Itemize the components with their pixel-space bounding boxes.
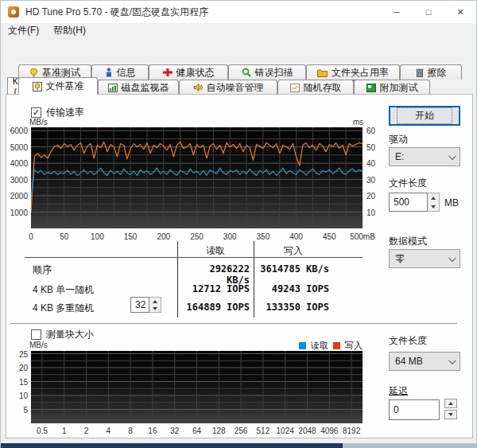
tab-label: 随机存取 xyxy=(304,81,342,95)
random-access-icon xyxy=(290,84,300,92)
tab-label: 信息 xyxy=(117,66,136,80)
window-title: HD Tune Pro 5.70 - 硬盘/固态硬盘实用程序 xyxy=(25,6,208,19)
chevron-down-icon xyxy=(448,254,456,262)
y-axis-ticks: 600050004000300020001000 xyxy=(6,127,28,228)
spin-down-icon[interactable] xyxy=(428,202,439,211)
tab-label: 附加测试 xyxy=(380,81,418,95)
x-axis-ticks: 050100150200250300350400450500mB xyxy=(31,232,363,242)
tab-label: 文件基准 xyxy=(46,80,84,93)
table-divider xyxy=(254,241,254,317)
multi-write-value: 133350 IOPS xyxy=(260,302,329,313)
speaker-icon xyxy=(193,83,203,92)
tab-extra-tests[interactable]: 附加测试 xyxy=(354,80,430,95)
block-size-chart xyxy=(31,351,363,423)
file-benchmark-icon xyxy=(33,82,42,92)
close-button[interactable]: ✕ xyxy=(444,1,476,23)
seq-read-value: 2926222 KB/s xyxy=(182,263,250,286)
chevron-down-icon xyxy=(448,152,456,160)
folder-icon xyxy=(317,68,328,77)
tab-random-access[interactable]: 随机存取 xyxy=(277,80,354,95)
tab-health[interactable]: 健康状态 xyxy=(149,64,228,80)
start-button[interactable]: 开始 xyxy=(389,106,460,126)
transfer-rate-label: 传输速率 xyxy=(46,106,84,119)
trash-icon xyxy=(416,68,424,77)
table-header-rule xyxy=(25,257,363,258)
legend-write-swatch xyxy=(333,342,340,349)
minimize-button[interactable]: ─ xyxy=(381,1,413,23)
delay-input[interactable]: 0 xyxy=(389,399,440,420)
tab-noise-management[interactable]: 自动噪音管理 xyxy=(179,80,277,95)
health-cross-icon xyxy=(163,68,173,77)
start-button-label: 开始 xyxy=(397,107,452,124)
toolbar: KINGBANK KP260 Pro (1024 gB) — ℃ xyxy=(1,37,476,63)
row-label-4k-single: 4 KB 单一随机 xyxy=(33,283,94,297)
title-bar: HD Tune Pro 5.70 - 硬盘/固态硬盘实用程序 ─ □ ✕ xyxy=(1,1,476,23)
tab-label: 错误扫描 xyxy=(255,66,293,80)
multi-read-value: 164889 IOPS xyxy=(182,302,250,313)
taskbar-strip-light xyxy=(343,443,477,448)
table-divider xyxy=(177,241,178,317)
menu-file[interactable]: 文件(F) xyxy=(1,24,46,37)
spin-up-icon[interactable] xyxy=(149,298,161,305)
col-header-write: 写入 xyxy=(276,244,311,258)
legend-read-label: 读取 xyxy=(311,340,328,352)
app-window: HD Tune Pro 5.70 - 硬盘/固态硬盘实用程序 ─ □ ✕ 文件(… xyxy=(0,0,477,448)
data-mode-dropdown[interactable]: 零 xyxy=(389,249,460,268)
app-logo-icon xyxy=(8,6,19,18)
right-axis-unit: ms xyxy=(353,118,363,127)
tab-label: 自动噪音管理 xyxy=(207,81,264,95)
tab-disk-monitor[interactable]: 磁盘监视器 xyxy=(98,80,179,95)
file-length2-label: 文件长度 xyxy=(389,334,427,348)
block-size-label: 测量块大小 xyxy=(46,328,94,341)
delay-spinner[interactable] xyxy=(444,399,457,419)
legend-read-swatch xyxy=(299,342,306,349)
x-axis-ticks: 0.512481632641282565121024204840968192 xyxy=(31,427,363,436)
block-file-length-value: 64 MB xyxy=(395,356,423,367)
delay-value: 0 xyxy=(394,404,399,415)
block-file-length-dropdown[interactable]: 64 MB xyxy=(389,352,460,371)
extra-tests-icon xyxy=(366,84,376,92)
row-label-4k-multi: 4 KB 多重随机 xyxy=(33,302,94,315)
spin-down-icon[interactable] xyxy=(444,410,457,419)
drive-dropdown[interactable]: E: xyxy=(389,147,460,166)
tab-file-benchmark[interactable]: 文件基准 xyxy=(18,77,98,95)
tab-label: 磁盘监视器 xyxy=(122,81,169,95)
seq-write-value: 3614785 KB/s xyxy=(260,263,329,275)
data-mode-value: 零 xyxy=(395,252,405,266)
transfer-rate-chart xyxy=(31,127,363,228)
spin-down-icon[interactable] xyxy=(149,305,161,312)
single-read-value: 12712 IOPS xyxy=(182,283,250,294)
data-mode-label: 数据模式 xyxy=(389,235,427,248)
row-label-sequential: 顺序 xyxy=(33,263,52,277)
checkbox-checked-icon: ✓ xyxy=(31,107,41,118)
tab-info[interactable]: 信息 xyxy=(91,64,149,80)
maximize-button[interactable]: □ xyxy=(413,1,444,23)
checkbox-unchecked-icon xyxy=(31,329,41,340)
file-length-value: 500 xyxy=(389,193,428,212)
tab-erase[interactable]: 擦除 xyxy=(400,64,462,80)
delay-label: 延迟 xyxy=(389,384,408,398)
tab-label: 健康状态 xyxy=(176,66,215,80)
chart-legend: 读取 写入 xyxy=(279,340,363,352)
lightbulb-icon xyxy=(29,68,38,77)
disk-monitor-icon xyxy=(108,84,118,92)
tab-folder-usage[interactable]: 文件夹占用率 xyxy=(306,64,400,80)
tab-error-scan[interactable]: 错误扫描 xyxy=(228,64,306,80)
taskbar-strip xyxy=(1,443,343,448)
spin-up-icon[interactable] xyxy=(444,399,457,408)
tab-label: 擦除 xyxy=(428,66,447,80)
col-header-read: 读取 xyxy=(198,244,233,258)
file-length-unit: MB xyxy=(444,197,459,208)
menu-help[interactable]: 帮助(H) xyxy=(46,24,93,37)
y-axis-unit: MB/s xyxy=(29,341,48,349)
y-axis-unit: MB/s xyxy=(29,118,48,127)
spin-up-icon[interactable] xyxy=(428,193,439,202)
file-length-spinner[interactable]: 500 xyxy=(389,193,440,212)
magnifier-icon xyxy=(242,68,251,77)
info-icon xyxy=(105,68,113,77)
single-write-value: 49243 IOPS xyxy=(260,283,329,294)
menu-bar: 文件(F) 帮助(H) xyxy=(1,23,476,37)
queue-depth-value: 32 xyxy=(130,297,149,313)
block-size-checkbox[interactable]: 测量块大小 xyxy=(31,328,94,341)
queue-depth-spinner[interactable]: 32 xyxy=(130,297,161,313)
